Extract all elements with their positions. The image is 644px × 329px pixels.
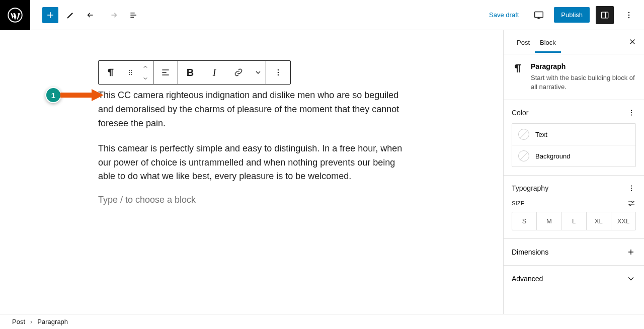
settings-sidebar: Post Block Paragraph Start with the basi… (503, 30, 644, 314)
block-info: Paragraph Start with the basic building … (504, 54, 644, 100)
bold-button[interactable]: B (178, 61, 202, 84)
typography-panel: Typography SIZE S M L XL XXL (504, 176, 644, 239)
text-color-button[interactable]: Text (512, 124, 635, 145)
size-l[interactable]: L (561, 212, 586, 230)
editor-canvas[interactable]: 1 B (0, 30, 503, 314)
close-sidebar-button[interactable] (628, 37, 637, 46)
drag-handle[interactable] (123, 61, 138, 84)
size-m[interactable]: M (536, 212, 561, 230)
more-vertical-icon (627, 108, 636, 117)
chevron-down-icon (142, 75, 148, 81)
svg-point-10 (129, 72, 130, 73)
svg-rect-1 (535, 12, 543, 17)
more-rich-text-button[interactable] (251, 61, 266, 84)
move-down-button[interactable] (142, 72, 148, 84)
svg-point-13 (131, 74, 132, 75)
color-label: Background (535, 152, 570, 160)
breadcrumb-paragraph[interactable]: Paragraph (37, 318, 68, 325)
svg-point-8 (129, 70, 130, 71)
default-block-appender[interactable]: Type / to choose a block (98, 195, 405, 205)
wordpress-icon (8, 8, 23, 23)
breadcrumb-separator: › (30, 318, 32, 325)
svg-point-4 (628, 12, 630, 13)
plus-icon (45, 10, 55, 20)
svg-point-14 (278, 69, 279, 71)
svg-point-19 (631, 115, 632, 116)
paragraph-icon (105, 67, 116, 78)
redo-icon (108, 10, 118, 20)
svg-point-18 (631, 112, 632, 113)
breadcrumb-post[interactable]: Post (12, 318, 25, 325)
drag-icon (126, 68, 134, 76)
editor-content: 1 B (88, 30, 415, 235)
desktop-icon (533, 10, 544, 21)
block-toolbar: B I (98, 60, 291, 85)
size-label: SIZE (512, 200, 525, 206)
block-breadcrumb: Post › Paragraph (0, 314, 644, 329)
options-button[interactable] (620, 6, 638, 24)
advanced-panel-toggle[interactable]: Advanced (504, 266, 644, 292)
link-button[interactable] (226, 61, 251, 84)
plus-icon (626, 247, 636, 257)
block-options-button[interactable] (266, 61, 290, 84)
link-icon (233, 67, 244, 77)
svg-point-11 (131, 72, 132, 73)
svg-point-22 (631, 190, 632, 191)
paragraph-icon (512, 62, 524, 92)
document-overview-button[interactable] (125, 6, 143, 24)
svg-point-23 (632, 201, 633, 203)
font-size-presets: S M L XL XXL (512, 212, 636, 230)
settings-sidebar-toggle[interactable] (596, 6, 614, 24)
save-draft-button[interactable]: Save draft (484, 8, 524, 22)
typography-panel-options[interactable] (627, 184, 636, 193)
move-up-button[interactable] (142, 61, 148, 72)
svg-point-21 (631, 188, 632, 189)
tab-block[interactable]: Block (535, 32, 561, 53)
wordpress-logo[interactable] (0, 0, 30, 30)
sidebar-tabs: Post Block (504, 30, 644, 54)
svg-point-16 (278, 74, 279, 76)
undo-button[interactable] (83, 6, 101, 24)
block-title: Paragraph (531, 62, 636, 70)
align-button[interactable] (153, 61, 178, 84)
dimensions-panel-toggle[interactable]: Dimensions (504, 239, 644, 266)
publish-button[interactable]: Publish (554, 7, 590, 23)
background-color-button[interactable]: Background (512, 145, 635, 167)
size-xl[interactable]: XL (586, 212, 611, 230)
toolbar-right: Save draft Publish (484, 6, 644, 24)
block-description: Start with the basic building block of a… (531, 73, 636, 92)
svg-rect-2 (601, 12, 608, 18)
advanced-title: Advanced (512, 275, 543, 283)
move-arrows (138, 61, 153, 84)
more-vertical-icon (624, 10, 634, 20)
custom-size-toggle[interactable] (627, 199, 636, 208)
dimensions-title: Dimensions (512, 248, 548, 256)
italic-button[interactable]: I (202, 61, 226, 84)
svg-point-17 (631, 110, 632, 111)
size-s[interactable]: S (512, 212, 536, 230)
undo-icon (87, 10, 97, 20)
svg-point-9 (131, 70, 132, 71)
editor-top-bar: Save draft Publish (0, 0, 644, 30)
paragraph-block-1[interactable]: This CC camera righteous indignation and… (98, 89, 405, 131)
preview-button[interactable] (530, 6, 548, 24)
svg-point-5 (628, 14, 630, 16)
color-panel-options[interactable] (627, 108, 636, 117)
tools-button[interactable] (61, 6, 79, 24)
color-panel: Color Text Background (504, 100, 644, 176)
block-type-button[interactable] (99, 61, 123, 84)
list-view-icon (129, 10, 139, 20)
more-vertical-icon (273, 67, 283, 77)
size-xxl[interactable]: XXL (611, 212, 635, 230)
add-block-button[interactable] (42, 7, 58, 23)
close-icon (628, 37, 637, 46)
arrow-right-icon (60, 88, 105, 102)
align-left-icon (160, 67, 171, 77)
redo-button[interactable] (104, 6, 122, 24)
svg-point-12 (129, 74, 130, 75)
typography-panel-title: Typography (512, 184, 548, 192)
chevron-up-icon (142, 64, 148, 70)
paragraph-block-2[interactable]: This camear is perfectly simple and easy… (98, 142, 405, 184)
annotation-marker: 1 (45, 87, 105, 103)
tab-post[interactable]: Post (512, 32, 535, 53)
